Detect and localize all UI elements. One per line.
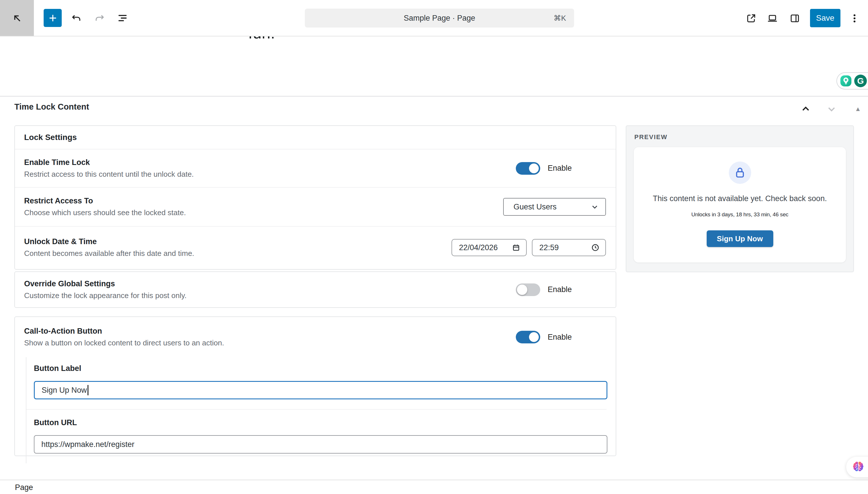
button-label-input[interactable]: Sign Up Now bbox=[34, 381, 607, 399]
document-overview-button[interactable] bbox=[117, 13, 128, 23]
command-palette-bar[interactable]: Sample Page · Page ⌘K bbox=[305, 8, 574, 27]
calendar-icon[interactable] bbox=[512, 243, 520, 252]
enable-time-lock-toggle[interactable] bbox=[516, 162, 540, 175]
unlock-time-value: 22:59 bbox=[539, 243, 591, 252]
editor-footer: Page bbox=[0, 480, 868, 494]
lock-icon bbox=[734, 166, 746, 179]
override-global-toggle-label: Enable bbox=[548, 285, 572, 294]
button-url-value: https://wpmake.net/register bbox=[41, 440, 134, 449]
metabox-move-up-button[interactable] bbox=[800, 104, 811, 114]
unlock-datetime-row: Unlock Date & Time Content becomes avail… bbox=[15, 226, 616, 268]
keyboard-shortcut-hint: ⌘K bbox=[547, 14, 574, 23]
locked-content-preview-card: This content is not available yet. Check… bbox=[634, 147, 846, 263]
toggle-knob bbox=[517, 285, 527, 295]
triangle-up-icon: ▲ bbox=[855, 105, 861, 113]
chevron-down-icon bbox=[590, 203, 599, 211]
save-button[interactable]: Save bbox=[810, 9, 841, 27]
preview-heading: PREVIEW bbox=[634, 133, 667, 141]
override-global-panel: Override Global Settings Customize the l… bbox=[14, 271, 616, 308]
lightbulb-sparkle-icon bbox=[840, 75, 852, 87]
editor-toolbar: Sample Page · Page ⌘K Save bbox=[0, 0, 868, 36]
button-url-field: Button URL https://wpmake.net/register bbox=[26, 409, 607, 463]
cta-toggle-label: Enable bbox=[548, 333, 572, 342]
lock-badge bbox=[729, 162, 751, 184]
text-cursor bbox=[88, 385, 88, 395]
lock-settings-heading: Lock Settings bbox=[15, 126, 616, 150]
preview-message: This content is not available yet. Check… bbox=[634, 194, 846, 203]
preview-panel: PREVIEW This content is not available ye… bbox=[626, 125, 854, 272]
preview-cta-button[interactable]: Sign Up Now bbox=[707, 230, 773, 247]
button-label-value: Sign Up Now bbox=[42, 386, 87, 395]
metabox-collapse-toggle[interactable]: ▲ bbox=[853, 104, 863, 114]
grammarly-logo-icon: G bbox=[854, 74, 867, 88]
brain-icon bbox=[852, 461, 865, 473]
ai-assistant-widget[interactable] bbox=[846, 457, 868, 477]
override-global-toggle[interactable] bbox=[516, 283, 540, 296]
cta-row: Call-to-Action Button Show a button on l… bbox=[15, 317, 616, 357]
redo-button[interactable] bbox=[94, 13, 105, 24]
lock-settings-panel: Lock Settings Enable Time Lock Restrict … bbox=[14, 125, 616, 270]
undo-button[interactable] bbox=[71, 13, 82, 24]
breadcrumb[interactable]: Page bbox=[15, 483, 33, 492]
unlock-date-input[interactable]: 22/04/2026 bbox=[451, 239, 527, 256]
back-to-dashboard-button[interactable] bbox=[0, 0, 34, 36]
clock-icon[interactable] bbox=[591, 243, 599, 252]
button-url-label: Button URL bbox=[34, 418, 607, 427]
unlock-time-input[interactable]: 22:59 bbox=[532, 239, 606, 256]
options-menu-button[interactable] bbox=[849, 13, 860, 24]
preview-device-button[interactable] bbox=[767, 13, 778, 24]
view-page-external-link-button[interactable] bbox=[746, 13, 757, 24]
content-metabox-divider bbox=[0, 96, 868, 97]
document-title: Sample Page · Page bbox=[305, 14, 547, 23]
grammarly-assistant-widget[interactable]: G bbox=[836, 72, 868, 90]
arrow-up-left-icon bbox=[12, 13, 22, 23]
enable-time-lock-row: Enable Time Lock Restrict access to this… bbox=[15, 150, 616, 187]
restrict-access-row: Restrict Access To Choose which users sh… bbox=[15, 187, 616, 226]
toggle-knob bbox=[529, 332, 539, 342]
settings-sidebar-toggle-button[interactable] bbox=[789, 13, 800, 24]
metabox-title: Time Lock Content bbox=[14, 102, 89, 112]
cta-toggle[interactable] bbox=[516, 331, 540, 343]
metabox-move-down-button[interactable] bbox=[826, 104, 837, 114]
toggle-knob bbox=[529, 164, 539, 173]
cta-panel: Call-to-Action Button Show a button on l… bbox=[14, 317, 616, 456]
restrict-access-selected-value: Guest Users bbox=[514, 203, 590, 211]
restrict-access-select[interactable]: Guest Users bbox=[503, 198, 606, 216]
add-block-button[interactable] bbox=[44, 9, 62, 27]
cta-subsection: Button Label Sign Up Now Button URL http… bbox=[26, 357, 607, 463]
button-label-field: Button Label Sign Up Now bbox=[26, 357, 607, 409]
preview-countdown: Unlocks in 3 days, 18 hrs, 33 min, 46 se… bbox=[634, 211, 846, 218]
button-url-input[interactable]: https://wpmake.net/register bbox=[34, 435, 607, 454]
svg-text:G: G bbox=[857, 76, 864, 86]
plus-icon bbox=[48, 13, 58, 23]
button-label-label: Button Label bbox=[34, 364, 607, 373]
enable-time-lock-toggle-label: Enable bbox=[548, 164, 572, 173]
override-global-row: Override Global Settings Customize the l… bbox=[15, 272, 616, 307]
unlock-date-value: 22/04/2026 bbox=[459, 243, 512, 252]
